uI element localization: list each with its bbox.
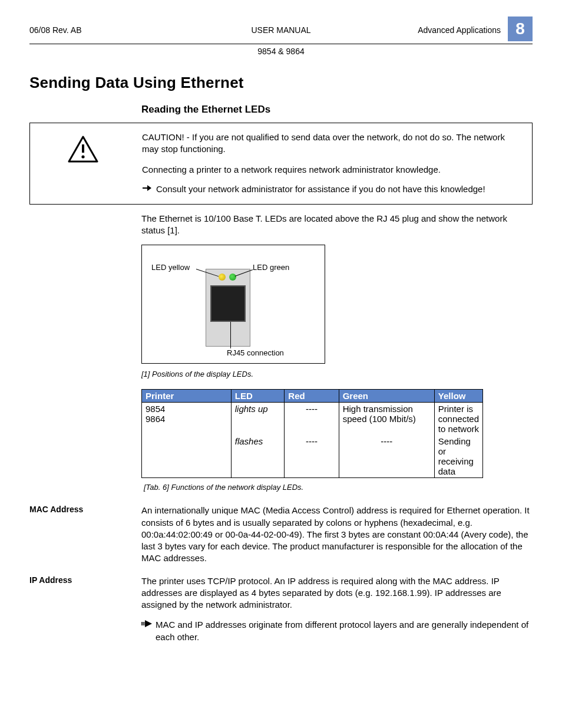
th-red: Red <box>285 390 339 403</box>
svg-rect-7 <box>144 622 144 625</box>
cell-yellow: Sending or receiving data <box>434 435 482 478</box>
caution-text-2: Connecting a printer to a network requir… <box>142 164 523 176</box>
svg-rect-1 <box>82 144 84 153</box>
th-printer: Printer <box>142 390 232 403</box>
cell-yellow: Printer is connected to network <box>434 403 482 436</box>
svg-rect-6 <box>143 622 143 625</box>
subsection-heading: Reading the Ethernet LEDs <box>141 104 533 116</box>
cell-led: flashes <box>231 435 285 478</box>
caution-box: CAUTION! - If you are not qualified to s… <box>29 123 533 205</box>
warning-icon <box>30 131 136 195</box>
mac-address-text: An internationally unique MAC (Media Acc… <box>141 505 533 564</box>
figure-led-positions: LED yellow LED green RJ45 connection <box>141 245 325 364</box>
ip-address-text: The printer uses TCP/IP protocol. An IP … <box>141 575 533 611</box>
cell-printer <box>142 435 232 478</box>
figure-label-yellow: LED yellow <box>151 263 190 272</box>
cell-green: High transmission speed (100 Mbit/s) <box>339 403 434 436</box>
figure-label-rj45: RJ45 connection <box>227 348 284 357</box>
table-row: flashes ---- ---- Sending or receiving d… <box>142 435 483 478</box>
cell-green: ---- <box>339 435 434 478</box>
led-function-table: Printer LED Red Green Yellow 9854 9864 l… <box>141 389 483 478</box>
cell-led: lights up <box>231 403 285 436</box>
header-title: USER MANUAL <box>197 25 365 35</box>
svg-rect-5 <box>141 622 142 625</box>
mac-address-label: MAC Address <box>29 505 135 564</box>
ip-address-label: IP Address <box>29 575 135 643</box>
page-header: 06/08 Rev. AB USER MANUAL Advanced Appli… <box>29 18 533 44</box>
svg-marker-8 <box>145 620 152 627</box>
svg-marker-4 <box>147 185 151 191</box>
caution-text-3: Consult your network administrator for a… <box>156 184 485 195</box>
header-section-name: Advanced Applications <box>418 25 501 35</box>
th-led: LED <box>231 390 285 403</box>
table-caption: [Tab. 6] Functions of the network displa… <box>144 483 533 492</box>
table-row: 9854 9864 lights up ---- High transmissi… <box>142 403 483 436</box>
svg-point-2 <box>81 155 84 158</box>
figure-caption: [1] Positions of the display LEDs. <box>141 370 533 378</box>
cell-red: ---- <box>285 435 339 478</box>
header-revision: 06/08 Rev. AB <box>29 25 197 35</box>
figure-label-green: LED green <box>253 263 289 272</box>
section-heading: Sending Data Using Ethernet <box>29 74 533 92</box>
caution-text-1: CAUTION! - If you are not qualified to s… <box>142 131 523 156</box>
ethernet-intro: The Ethernet is 10/100 Base T. LEDs are … <box>141 213 533 237</box>
ip-note-text: MAC and IP addresses originate from diff… <box>156 619 533 643</box>
th-green: Green <box>339 390 434 403</box>
cell-red: ---- <box>285 403 339 436</box>
cell-printer: 9854 9864 <box>142 403 232 436</box>
arrow-icon <box>142 184 151 195</box>
header-models: 9854 & 9864 <box>29 47 533 56</box>
th-yellow: Yellow <box>434 390 482 403</box>
note-arrow-icon <box>141 619 152 643</box>
chapter-number: 8 <box>508 17 533 41</box>
